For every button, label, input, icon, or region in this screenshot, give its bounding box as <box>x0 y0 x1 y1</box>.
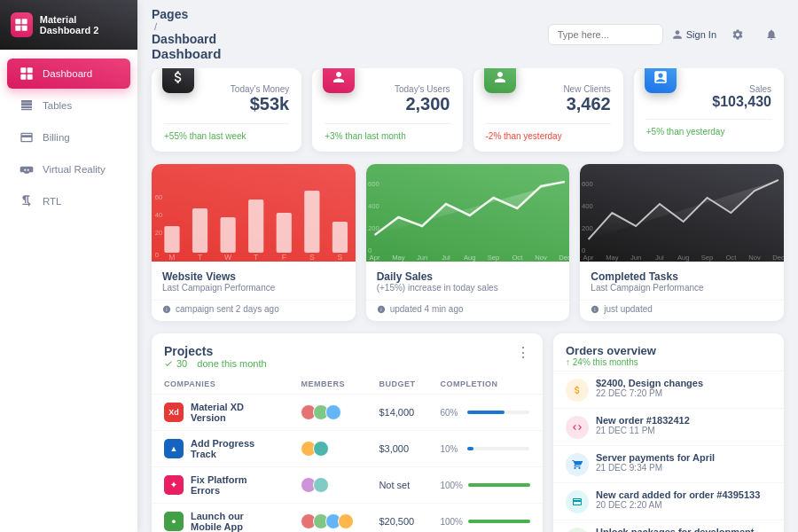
stat-icon-clients <box>484 68 516 93</box>
stat-card-clients: New Clients 3,462 -2% than yesterday <box>473 68 623 152</box>
projects-subtitle: 30 done this month <box>164 358 267 369</box>
svg-text:May: May <box>606 254 619 262</box>
sidebar-nav: Dashboard Tables Billing Virtual Reality… <box>0 50 137 532</box>
sidebar-item-rtl[interactable]: RTL <box>7 186 130 216</box>
project-completion-cell: 10% <box>427 431 543 467</box>
table-row: ✦ Fix Platform Errors Not set 100% <box>152 467 543 504</box>
table-row: Xd Material XD Version $14,000 60% <box>152 395 543 431</box>
chart-daily-sales: Apr May Jun Jul Aug Sep Oct Nov Dec 0 <box>366 164 570 321</box>
order-item: New card added for order #4395133 20 DEC… <box>553 482 784 520</box>
sign-in-button[interactable]: Sign In <box>672 29 716 40</box>
col-companies: Companies <box>152 374 288 395</box>
svg-rect-10 <box>221 217 236 253</box>
sidebar-item-vr[interactable]: Virtual Reality <box>7 154 130 184</box>
svg-rect-1 <box>22 19 27 24</box>
projects-title: Projects <box>164 344 267 358</box>
projects-menu-button[interactable]: ⋮ <box>516 344 530 361</box>
stat-icon-users <box>323 68 355 93</box>
project-budget-cell: $14,000 <box>366 395 427 431</box>
project-name-cell: Xd Material XD Version <box>152 395 288 431</box>
orders-card: Orders overview ↑ 24% this months $2400,… <box>553 333 784 532</box>
table-row: ▲ Add Progress Track $3,000 10% <box>152 431 543 467</box>
svg-text:Apr: Apr <box>583 254 594 262</box>
chart-footer-sales-text: updated 4 min ago <box>390 304 464 314</box>
notification-icon[interactable] <box>759 22 784 47</box>
svg-text:20: 20 <box>155 229 163 237</box>
progress-bar <box>467 411 505 414</box>
projects-table: Companies Members Budget Completion Xd M… <box>152 374 543 532</box>
chart-footer-tasks-text: just updated <box>604 304 653 314</box>
order-date: 22 DEC 7:20 PM <box>596 388 771 398</box>
chart-info-tasks: Completed Tasks Last Campaign Performanc… <box>580 262 784 300</box>
projects-header: Projects 30 done this month ⋮ <box>152 333 543 374</box>
stat-icon-sales <box>645 68 677 93</box>
svg-text:Apr: Apr <box>369 254 379 262</box>
sidebar-logo-icon <box>11 12 33 37</box>
breadcrumb-path: Pages / Dashboard <box>152 7 221 46</box>
order-icon <box>566 416 589 439</box>
svg-text:Dec: Dec <box>772 254 784 262</box>
stat-value-users: 2,300 <box>325 94 450 114</box>
chart-title-website: Website Views <box>162 270 345 283</box>
project-completion-cell: 100% <box>427 504 543 533</box>
svg-text:Sep: Sep <box>701 254 714 262</box>
svg-rect-6 <box>20 74 26 80</box>
breadcrumb-current-inline: Dashboard <box>152 32 221 46</box>
project-name-cell: ● Launch our Mobile App <box>152 504 288 533</box>
progress-bar-wrap <box>468 520 530 523</box>
svg-text:Nov: Nov <box>535 254 547 262</box>
sidebar-item-billing[interactable]: Billing <box>7 122 130 153</box>
project-name-cell: ✦ Fix Platform Errors <box>152 467 288 504</box>
projects-done-count: 30 <box>176 358 187 369</box>
svg-text:Jul: Jul <box>655 254 664 262</box>
svg-text:Jun: Jun <box>630 254 641 262</box>
svg-rect-9 <box>192 208 207 253</box>
chart-canvas-tasks: Apr May Jun Jul Aug Sep Oct Nov Dec 0 <box>580 164 784 262</box>
sidebar-item-rtl-label: RTL <box>43 196 62 207</box>
col-completion: Completion <box>427 374 543 395</box>
order-text: New card added for order #4395133 20 DEC… <box>596 489 771 510</box>
sidebar-logo-text: Material Dashboard 2 <box>40 14 127 35</box>
order-item: Server payments for April 21 DEC 9:34 PM <box>553 445 784 482</box>
stats-row: Today's Money $53k +55% than last week T… <box>152 68 784 152</box>
project-members-cell <box>288 395 366 431</box>
svg-text:Oct: Oct <box>512 254 523 262</box>
svg-text:Jul: Jul <box>442 254 450 262</box>
project-members-cell <box>288 467 366 504</box>
order-date: 21 DEC 9:34 PM <box>596 463 771 473</box>
order-text: Server payments for April 21 DEC 9:34 PM <box>596 452 771 473</box>
sidebar-item-tables[interactable]: Tables <box>7 90 130 121</box>
svg-rect-4 <box>20 67 26 73</box>
stat-change-money: +55% than last week <box>164 123 289 141</box>
svg-rect-12 <box>277 213 292 253</box>
svg-rect-3 <box>22 26 27 31</box>
stat-card-sales: Sales $103,430 +5% than yesterday <box>634 68 784 152</box>
project-badge: ✦ <box>164 475 184 495</box>
chart-footer-sales: updated 4 min ago <box>366 300 570 321</box>
member-avatars <box>301 441 354 457</box>
order-item: $2400, Design changes 22 DEC 7:20 PM <box>553 371 784 408</box>
project-name-label: Add Progress Track <box>191 438 276 459</box>
svg-text:Jun: Jun <box>417 254 427 262</box>
member-avatars <box>301 477 354 493</box>
order-name: New card added for order #4395133 <box>596 489 771 500</box>
project-budget-cell: $20,500 <box>366 504 427 533</box>
svg-text:0: 0 <box>368 246 372 254</box>
sidebar-item-tables-label: Tables <box>43 100 72 111</box>
svg-text:0: 0 <box>582 246 586 254</box>
stat-card-money: Today's Money $53k +55% than last week <box>152 68 301 152</box>
order-item: New order #1832412 21 DEC 11 PM <box>553 408 784 445</box>
search-input[interactable] <box>548 24 663 45</box>
svg-text:May: May <box>392 254 405 262</box>
svg-text:F: F <box>282 253 287 262</box>
order-text: Unlock packages for development 18 DEC 4… <box>596 527 771 532</box>
svg-text:T: T <box>254 253 259 262</box>
svg-text:0: 0 <box>155 251 160 259</box>
settings-icon[interactable] <box>725 22 750 47</box>
order-icon <box>566 528 589 532</box>
sidebar-item-dashboard[interactable]: Dashboard <box>7 59 130 89</box>
chart-website-views: M T W T F S S 0 20 40 60 <box>152 164 356 321</box>
svg-text:Nov: Nov <box>749 254 762 262</box>
svg-rect-13 <box>304 191 319 253</box>
charts-row: M T W T F S S 0 20 40 60 <box>152 164 784 321</box>
